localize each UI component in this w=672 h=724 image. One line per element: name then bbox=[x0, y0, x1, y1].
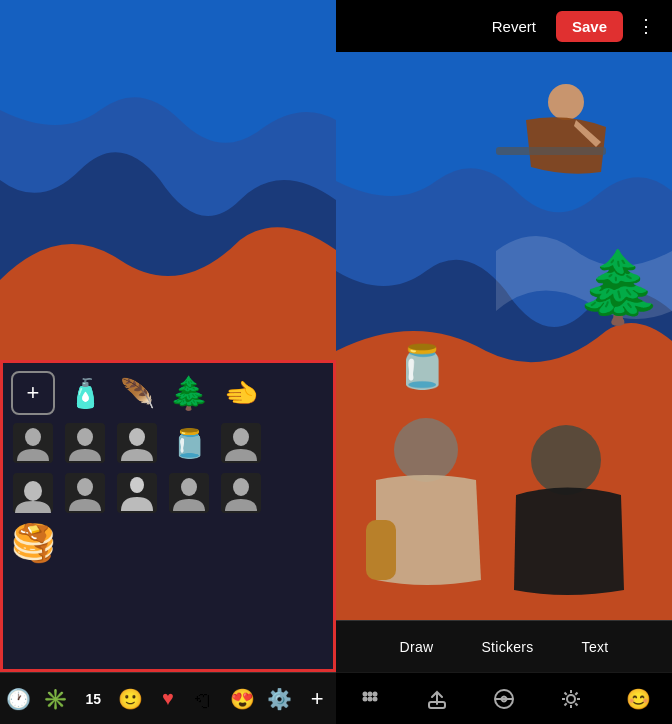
left-preview bbox=[0, 0, 336, 360]
svg-point-31 bbox=[372, 696, 377, 701]
svg-line-43 bbox=[565, 703, 567, 705]
sticker-person-8[interactable] bbox=[167, 471, 211, 515]
sticker-row-4: 🥞 bbox=[11, 521, 325, 565]
right-bottom-toolbar: Draw Stickers Text bbox=[336, 620, 672, 672]
svg-point-26 bbox=[362, 691, 367, 696]
sticker-feather[interactable]: 🪶 bbox=[115, 371, 159, 415]
svg-rect-24 bbox=[366, 520, 396, 580]
sticker-nav-icon[interactable]: ꪑ bbox=[189, 683, 221, 715]
right-preview: 🌲 🫙 bbox=[336, 52, 672, 620]
svg-point-35 bbox=[567, 695, 575, 703]
sticker-person-9[interactable] bbox=[219, 471, 263, 515]
more-button[interactable]: ⋮ bbox=[633, 11, 660, 41]
spark-icon[interactable]: ✳️ bbox=[40, 683, 72, 715]
svg-point-30 bbox=[367, 696, 372, 701]
right-icons-row: 😊 bbox=[336, 672, 672, 724]
overlay-persons-group bbox=[336, 380, 672, 600]
sticker-tree[interactable]: 🌲 bbox=[167, 371, 211, 415]
overlay-red-tree: 🌲 bbox=[575, 252, 662, 322]
sticker-person-7[interactable] bbox=[115, 471, 159, 515]
svg-point-16 bbox=[181, 478, 197, 496]
svg-point-29 bbox=[362, 696, 367, 701]
add-sticker-button[interactable]: + bbox=[11, 371, 55, 415]
right-panel: Revert Save ⋮ 🌲 🫙 bbox=[336, 0, 672, 724]
sticker-person-6[interactable] bbox=[63, 471, 107, 515]
sticker-person-4[interactable] bbox=[219, 421, 263, 465]
svg-point-12 bbox=[77, 478, 93, 496]
sticker-person-2[interactable] bbox=[63, 421, 107, 465]
emoji-bottom-icon[interactable]: 😊 bbox=[622, 683, 654, 715]
left-bg-svg bbox=[0, 0, 336, 360]
svg-point-4 bbox=[77, 428, 93, 446]
sticker-row-1: + 🧴 🪶 🌲 🫲 bbox=[11, 371, 325, 415]
svg-point-23 bbox=[394, 418, 458, 482]
sticker-person-5[interactable] bbox=[11, 471, 55, 515]
add-nav-button[interactable]: + bbox=[301, 683, 333, 715]
draw-button[interactable]: Draw bbox=[400, 639, 434, 655]
svg-line-42 bbox=[575, 692, 577, 694]
face-heart-icon[interactable]: 😍 bbox=[227, 683, 259, 715]
svg-line-40 bbox=[565, 692, 567, 694]
share-icon[interactable] bbox=[421, 683, 453, 715]
save-button[interactable]: Save bbox=[556, 11, 623, 42]
sticker-row-3 bbox=[11, 471, 325, 515]
stickers-button[interactable]: Stickers bbox=[481, 639, 533, 655]
sticker-person-1[interactable] bbox=[11, 421, 55, 465]
heart-icon[interactable]: ♥ bbox=[152, 683, 184, 715]
left-panel: + 🧴 🪶 🌲 🫲 🫙 bbox=[0, 0, 336, 724]
text-button[interactable]: Text bbox=[582, 639, 609, 655]
sticker-tray: + 🧴 🪶 🌲 🫲 🫙 bbox=[0, 360, 336, 672]
svg-line-41 bbox=[575, 703, 577, 705]
count-icon[interactable]: 15 bbox=[77, 683, 109, 715]
svg-point-28 bbox=[372, 691, 377, 696]
svg-point-14 bbox=[130, 477, 144, 493]
revert-button[interactable]: Revert bbox=[482, 12, 546, 41]
link-icon[interactable] bbox=[488, 683, 520, 715]
right-header: Revert Save ⋮ bbox=[336, 0, 672, 52]
sticker-jar[interactable]: 🫙 bbox=[167, 421, 211, 465]
svg-text:ꪑ: ꪑ bbox=[194, 690, 212, 710]
smiley-icon[interactable]: 🙂 bbox=[115, 683, 147, 715]
svg-point-25 bbox=[531, 425, 601, 495]
svg-rect-22 bbox=[496, 147, 606, 155]
grid-icon[interactable] bbox=[354, 683, 386, 715]
brightness-icon[interactable] bbox=[555, 683, 587, 715]
svg-point-18 bbox=[233, 478, 249, 496]
sticker-hand[interactable]: 🫲 bbox=[219, 371, 263, 415]
svg-point-2 bbox=[25, 428, 41, 446]
sticker-person-3[interactable] bbox=[115, 421, 159, 465]
clock-icon[interactable]: 🕐 bbox=[3, 683, 35, 715]
svg-point-6 bbox=[129, 428, 145, 446]
svg-point-21 bbox=[548, 84, 584, 120]
svg-point-27 bbox=[367, 691, 372, 696]
settings-icon[interactable]: ⚙️ bbox=[264, 683, 296, 715]
svg-point-8 bbox=[233, 428, 249, 446]
sticker-row-2: 🫙 bbox=[11, 421, 325, 465]
svg-point-10 bbox=[24, 481, 42, 501]
sticker-bottle[interactable]: 🧴 bbox=[63, 371, 107, 415]
sticker-pancake[interactable]: 🥞 bbox=[11, 521, 55, 565]
overlay-person-sitting bbox=[436, 82, 616, 202]
left-bottom-nav: 🕐 ✳️ 15 🙂 ♥ ꪑ 😍 ⚙️ + bbox=[0, 672, 336, 724]
